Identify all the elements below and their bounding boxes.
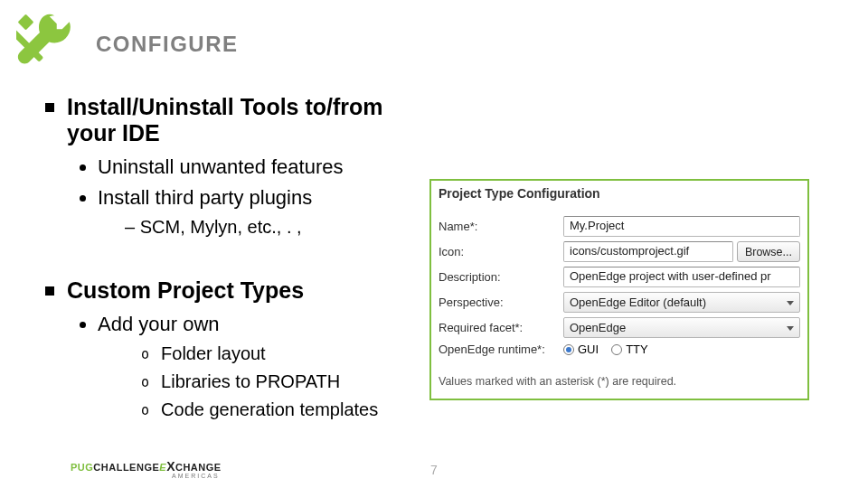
label-required-facet: Required facet*: [439,321,563,334]
square-bullet-icon [45,103,54,112]
radio-unselected-icon [611,344,622,355]
runtime-radio-gui[interactable]: GUI [563,343,599,356]
name-field[interactable]: My.Project [563,216,800,237]
subbullet-codegen: Code generation templates [141,399,434,420]
page-title: CONFIGURE [96,32,239,57]
bullet-uninstall: Uninstall unwanted features [98,155,434,179]
label-runtime: OpenEdge runtime*: [439,343,563,356]
perspective-dropdown[interactable]: OpenEdge Editor (default) [563,292,800,313]
description-field[interactable]: OpenEdge project with user-defined pr [563,267,800,287]
subbullet-scm: SCM, Mylyn, etc., . , [125,217,434,238]
panel-title: Project Type Configuration [439,186,600,201]
label-name: Name*: [439,220,563,233]
icon-field[interactable]: icons/customproject.gif [563,241,733,262]
content-outline: Install/Uninstall Tools to/from your IDE… [45,94,434,427]
browse-button[interactable]: Browse... [737,241,800,262]
project-type-configuration-panel: Project Type Configuration Name*: My.Pro… [429,179,809,400]
label-icon: Icon: [439,245,563,258]
tools-icon [16,13,80,76]
section-2-title: Custom Project Types [67,277,304,304]
bullet-install-plugins: Install third party plugins [98,186,434,210]
subbullet-folder: Folder layout [141,343,434,364]
radio-selected-icon [563,344,574,355]
runtime-radio-tty[interactable]: TTY [611,343,648,356]
required-note: Values marked with an asterisk (*) are r… [431,366,807,399]
footer-logo: PUGCHALLENGEEXCHANGE AMERICAS [71,459,222,479]
label-description: Description: [439,270,563,284]
section-1-title: Install/Uninstall Tools to/from your IDE [67,94,434,146]
square-bullet-icon [45,286,54,296]
label-perspective: Perspective: [439,296,563,309]
required-facet-dropdown[interactable]: OpenEdge [563,317,800,338]
svg-rect-1 [18,14,34,31]
bullet-add-own: Add your own [98,313,434,336]
subbullet-libraries: Libraries to PROPATH [141,371,434,392]
